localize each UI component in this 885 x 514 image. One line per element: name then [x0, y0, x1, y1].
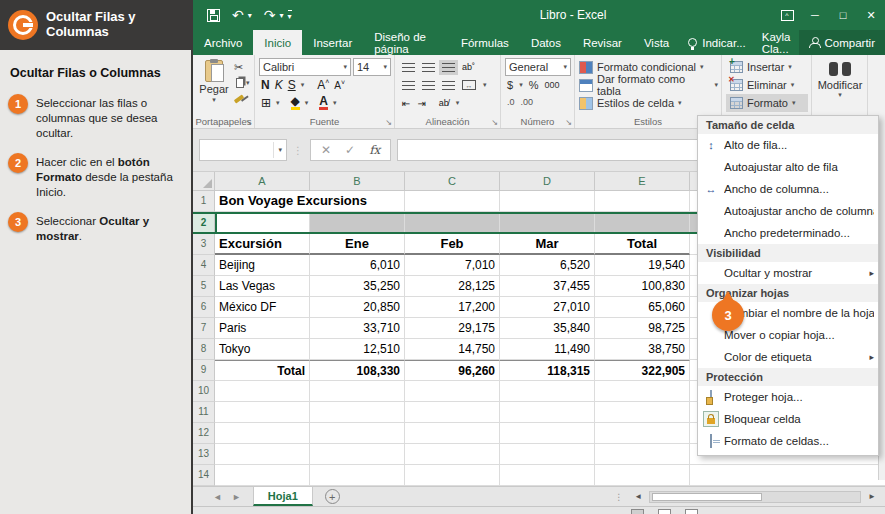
number-format-select[interactable]: General▾ [505, 58, 571, 76]
normal-view-icon[interactable] [631, 509, 644, 514]
vertical-scrollbar[interactable] [878, 115, 885, 480]
undo-dropdown-icon[interactable]: ▾ [248, 11, 252, 20]
font-size-select[interactable]: 14▾ [353, 58, 391, 76]
customize-qat-icon[interactable]: ▾ [288, 10, 292, 21]
sheet-tab-hoja1[interactable]: Hoja1 [253, 487, 313, 506]
tab-formulas[interactable]: Fórmulas [450, 30, 520, 55]
modify-button[interactable]: Modificar [818, 79, 863, 91]
align-middle-icon[interactable] [422, 63, 435, 72]
tab-inicio[interactable]: Inicio [253, 30, 302, 55]
user-account[interactable]: Kayla Cla... [754, 31, 799, 55]
page-layout-view-icon[interactable] [658, 509, 671, 514]
align-left-icon[interactable] [402, 81, 415, 90]
add-sheet-icon[interactable]: + [325, 489, 340, 504]
tab-diseno[interactable]: Diseño de página [363, 30, 450, 55]
increase-decimal-icon[interactable]: .0 [507, 97, 515, 107]
shrink-font-button[interactable]: A˅ [334, 79, 345, 91]
tab-datos[interactable]: Datos [520, 30, 572, 55]
select-all-corner[interactable] [193, 172, 215, 190]
tab-insertar[interactable]: Insertar [302, 30, 363, 55]
submenu-arrow-icon: ▸ [869, 268, 874, 278]
sheet-scroll-left-icon[interactable]: ◄ [213, 492, 222, 502]
redo-icon[interactable]: ↷ [264, 8, 276, 22]
increase-indent-icon[interactable]: ⇥ [417, 98, 425, 109]
tab-revisar[interactable]: Revisar [572, 30, 633, 55]
format-as-table-button[interactable]: Dar formato como tabla▾ [579, 76, 718, 94]
save-icon[interactable] [207, 9, 220, 22]
cell-styles-button[interactable]: Estilos de celda▾ [579, 94, 718, 112]
menu-item-color-etiqueta[interactable]: Color de etiqueta ▸ [698, 346, 878, 368]
insert-function-icon[interactable]: fx [369, 143, 380, 157]
fuente-launcher-icon[interactable]: ↘ [385, 118, 392, 127]
cell-a1[interactable]: Bon Voyage Excursions [215, 191, 310, 212]
page-break-view-icon[interactable] [685, 509, 698, 514]
paste-button[interactable]: Pegar ▾ [197, 58, 231, 106]
portapapeles-launcher-icon[interactable]: ↘ [245, 118, 252, 127]
share-button[interactable]: Compartir [799, 30, 885, 55]
menu-item-autoajustar-alto[interactable]: Autoajustar alto de fila [698, 156, 878, 178]
alineacion-launcher-icon[interactable]: ↘ [491, 118, 498, 127]
group-numero: General▾ $▾ % 000 .0 .00 Número ↘ [501, 55, 575, 128]
numero-launcher-icon[interactable]: ↘ [565, 118, 572, 127]
ribbon-display-options-icon[interactable]: ^ [773, 0, 801, 30]
column-header-b[interactable]: B [310, 172, 405, 190]
align-bottom-icon[interactable] [442, 63, 455, 72]
font-color-button[interactable]: A [319, 96, 328, 110]
menu-item-bloquear-celda[interactable]: Bloquear celda [698, 408, 878, 430]
cancel-entry-icon[interactable]: ✕ [321, 143, 331, 157]
menu-item-formato-de-celdas[interactable]: Formato de celdas... [698, 430, 878, 452]
bold-button[interactable]: N [261, 78, 270, 92]
insert-button[interactable]: Insertar▾ [726, 58, 808, 76]
align-top-icon[interactable] [402, 63, 415, 72]
tell-me-button[interactable]: Indicar... [680, 37, 753, 49]
cut-button[interactable]: ✂ [234, 60, 250, 74]
hscroll-right-icon[interactable]: ► [865, 490, 879, 503]
menu-item-autoajustar-ancho[interactable]: Autoajustar ancho de columna [698, 200, 878, 222]
currency-button[interactable]: $ [507, 79, 513, 91]
menu-item-alto-de-fila[interactable]: ↕ Alto de fila... [698, 134, 878, 156]
sheet-scroll-right-icon[interactable]: ► [232, 492, 241, 502]
comma-style-button[interactable]: 000 [544, 80, 559, 90]
tab-archivo[interactable]: Archivo [193, 30, 253, 55]
percent-button[interactable]: % [529, 79, 539, 91]
wrap-text-icon[interactable]: ab̸ [439, 98, 449, 108]
column-header-a[interactable]: A [215, 172, 310, 190]
fill-color-button[interactable]: ◆ [291, 96, 300, 110]
format-painter-button[interactable] [234, 92, 250, 106]
close-icon[interactable]: ✕ [857, 0, 885, 30]
redo-dropdown-icon[interactable]: ▾ [279, 11, 283, 20]
menu-item-proteger-hoja[interactable]: Proteger hoja... [698, 386, 878, 408]
confirm-entry-icon[interactable]: ✓ [345, 143, 355, 157]
italic-button[interactable]: K [275, 78, 283, 92]
horizontal-scrollbar[interactable] [649, 491, 861, 503]
orientation-icon[interactable]: ab˚ [462, 62, 475, 72]
underline-button[interactable]: S [288, 78, 296, 92]
decrease-decimal-icon[interactable]: .00 [521, 97, 534, 107]
active-cell-a2[interactable] [215, 214, 310, 232]
maximize-icon[interactable]: □ [829, 0, 857, 30]
minimize-icon[interactable]: ─ [801, 0, 829, 30]
tab-vista[interactable]: Vista [633, 30, 680, 55]
align-center-icon[interactable] [422, 81, 435, 90]
hscroll-left-icon[interactable]: ◄ [631, 490, 645, 503]
copy-icon [236, 78, 244, 88]
name-box[interactable]: ▾ [199, 139, 287, 161]
merge-center-icon[interactable]: ↔ [462, 80, 476, 90]
menu-item-ocultar-y-mostrar[interactable]: Ocultar y mostrar ▸ [698, 262, 878, 284]
copy-button[interactable]: ▾ [234, 76, 250, 90]
align-right-icon[interactable] [442, 81, 455, 90]
format-button[interactable]: Formato▾ [726, 94, 808, 112]
column-header-c[interactable]: C [405, 172, 500, 190]
grow-font-button[interactable]: A˄ [317, 78, 329, 92]
delete-button[interactable]: Eliminar▾ [726, 76, 808, 94]
borders-button[interactable]: ⊞ [261, 96, 271, 110]
menu-item-ancho-predeterminado[interactable]: Ancho predeterminado... [698, 222, 878, 244]
column-header-d[interactable]: D [500, 172, 595, 190]
hscroll-thumb[interactable] [652, 493, 762, 501]
font-name-select[interactable]: Calibri▾ [259, 58, 351, 76]
menu-item-ancho-de-columna[interactable]: ↔ Ancho de columna... [698, 178, 878, 200]
undo-icon[interactable]: ↶ [232, 8, 244, 22]
decrease-indent-icon[interactable]: ⇤ [402, 98, 410, 109]
format-cells-dialog-icon [710, 434, 712, 448]
column-header-e[interactable]: E [595, 172, 690, 190]
